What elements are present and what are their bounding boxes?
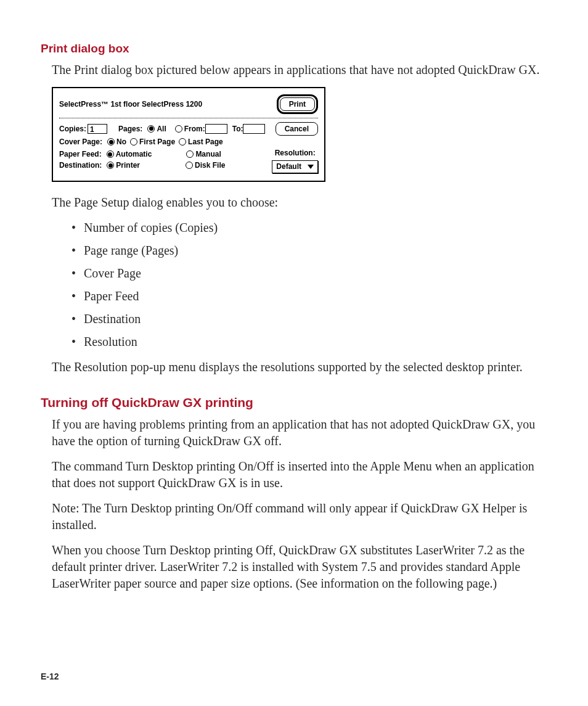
- list-item: Page range (Pages): [65, 242, 547, 259]
- dest-printer-radio[interactable]: [107, 162, 114, 169]
- print-dialog: SelectPress™ 1st floor SelectPress 1200 …: [52, 87, 325, 182]
- options-list: Number of copies (Copies) Page range (Pa…: [65, 220, 547, 350]
- list-item: Resolution: [65, 334, 547, 350]
- para-enables: The Page Setup dialog enables you to cho…: [52, 194, 547, 211]
- pages-from-radio[interactable]: [175, 125, 182, 133]
- para-turnoff3: Note: The Turn Desktop printing On/Off c…: [52, 500, 547, 533]
- cover-label: Cover Page:: [59, 137, 102, 147]
- resolution-value: Default: [276, 162, 301, 171]
- feed-manual-radio[interactable]: [186, 150, 194, 158]
- cover-first-text: First Page: [139, 137, 175, 147]
- resolution-label: Resolution:: [275, 148, 316, 158]
- pages-all-text: All: [157, 124, 166, 134]
- para-turnoff2: The command Turn Desktop printing On/Off…: [52, 458, 547, 491]
- copies-input[interactable]: 1: [88, 124, 107, 134]
- dialog-title: SelectPress™ 1st floor SelectPress 1200: [59, 99, 277, 109]
- para-turnoff1: If you are having problems printing from…: [52, 416, 547, 449]
- para-resolution: The Resolution pop-up menu displays the …: [52, 359, 547, 376]
- chevron-down-icon: [308, 165, 314, 169]
- list-item: Destination: [65, 311, 547, 327]
- dest-disk-text: Disk File: [195, 160, 225, 170]
- print-dialog-figure: SelectPress™ 1st floor SelectPress 1200 …: [52, 87, 547, 182]
- cancel-button[interactable]: Cancel: [276, 122, 318, 136]
- dest-printer-text: Printer: [116, 160, 140, 170]
- feed-manual-text: Manual: [195, 149, 221, 159]
- print-button[interactable]: Print: [277, 94, 318, 114]
- pages-from-text: From:: [184, 124, 205, 134]
- para-intro: The Print dialog box pictured below appe…: [52, 62, 547, 78]
- pages-all-radio[interactable]: [147, 125, 155, 133]
- cover-last-radio[interactable]: [179, 138, 186, 146]
- cover-no-text: No: [116, 137, 126, 147]
- list-item: Cover Page: [65, 265, 547, 282]
- feed-auto-radio[interactable]: [107, 150, 114, 158]
- dest-disk-radio[interactable]: [186, 162, 193, 169]
- pages-label: Pages:: [118, 124, 142, 134]
- pages-to-text: To:: [232, 124, 243, 134]
- list-item: Number of copies (Copies): [65, 220, 547, 236]
- feed-label: Paper Feed:: [59, 149, 102, 159]
- heading-turning-off: Turning off QuickDraw GX printing: [41, 394, 547, 411]
- dest-label: Destination:: [59, 160, 102, 170]
- list-item: Paper Feed: [65, 288, 547, 305]
- cover-first-radio[interactable]: [130, 138, 137, 146]
- page-number: E-12: [41, 671, 59, 683]
- resolution-popup[interactable]: Default: [272, 160, 318, 173]
- para-turnoff4: When you choose Turn Desktop printing Of…: [52, 542, 547, 592]
- heading-print-dialog: Print dialog box: [41, 41, 547, 57]
- feed-auto-text: Automatic: [116, 149, 152, 159]
- copies-label: Copies:: [59, 124, 86, 134]
- print-button-label: Print: [280, 97, 315, 111]
- cover-last-text: Last Page: [188, 137, 223, 147]
- cover-no-radio[interactable]: [107, 138, 115, 146]
- pages-to-input[interactable]: [243, 124, 265, 134]
- pages-from-input[interactable]: [205, 124, 227, 134]
